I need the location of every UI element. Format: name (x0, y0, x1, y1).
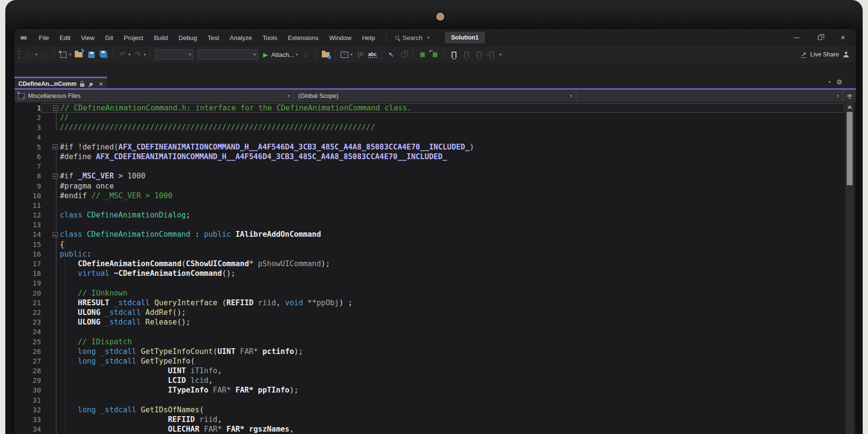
send-feedback-icon[interactable] (843, 52, 849, 57)
menu-item-window[interactable]: Window (324, 31, 357, 44)
tab-list-chevron-icon[interactable]: ▾ (828, 80, 831, 84)
code-line-16[interactable]: 16public: (14, 249, 856, 259)
new-project-icon[interactable]: + (58, 49, 69, 60)
code-line-9[interactable]: 9#pragma once (14, 181, 856, 191)
menu-item-test[interactable]: Test (202, 31, 224, 44)
line-body[interactable]: UINT iTInfo, (41, 366, 844, 376)
minimize-button[interactable]: — (788, 31, 805, 44)
previous-bookmark-icon[interactable]: ← (461, 49, 472, 60)
code-line-4[interactable]: 4 (14, 133, 856, 142)
code-line-7[interactable]: 7 (14, 162, 856, 171)
start-without-debugging-icon[interactable]: ▷ (301, 49, 313, 60)
menu-item-analyze[interactable]: Analyze (224, 31, 257, 44)
search-chevron-icon[interactable]: ▾ (427, 35, 429, 40)
tab-cdefineanimationcommand[interactable]: CDefineAn...nCommand.h ✕ (14, 77, 107, 90)
code-line-15[interactable]: 15{ (14, 240, 856, 249)
line-body[interactable]: ////////////////////////////////////////… (41, 122, 844, 132)
uncomment-lines-icon[interactable]: ↶≣ (429, 49, 441, 60)
line-body[interactable]: long _stdcall GetIDsOfNames( (41, 405, 844, 415)
line-body[interactable]: // (41, 113, 844, 122)
scope-dropdown[interactable]: (Global Scope) ▾ (294, 90, 577, 102)
line-body[interactable]: #pragma once (41, 181, 844, 191)
preview-selected-items-icon[interactable]: ⌃ (339, 49, 350, 60)
solution-name-chip[interactable]: Solution1 (445, 32, 485, 43)
code-line-6[interactable]: 6#define AFX_CDEFINEANIMATIONCOMMAND_H__… (14, 152, 856, 162)
line-body[interactable]: CDefineAnimationCommand(CShowUICommand* … (41, 259, 844, 269)
code-line-31[interactable]: 31 (14, 395, 856, 405)
code-line-17[interactable]: 17 CDefineAnimationCommand(CShowUIComman… (14, 259, 856, 269)
toggle-bookmark-icon[interactable] (448, 49, 460, 60)
line-body[interactable]: // CDefineAnimationCommand.h: interface … (41, 103, 844, 113)
close-button[interactable]: ✕ (835, 31, 851, 44)
collapse-region-icon[interactable] (53, 144, 58, 149)
code-line-30[interactable]: 30 ITypeInfo FAR* FAR* ppTInfo); (14, 385, 856, 395)
line-body[interactable]: // IUnknown (41, 288, 844, 298)
menu-item-file[interactable]: File (34, 31, 55, 44)
match-word-icon[interactable]: abc (367, 49, 378, 60)
collapse-region-icon[interactable] (53, 232, 58, 237)
code-line-28[interactable]: 28 UINT iTInfo, (14, 366, 856, 376)
line-body[interactable] (41, 278, 844, 288)
project-dropdown[interactable]: Miscellaneous Files ▾ (14, 90, 294, 102)
line-body[interactable]: // IDispatch (41, 337, 844, 347)
new-project-icon-chevron[interactable]: ▾ (69, 52, 72, 57)
pin-icon[interactable] (89, 82, 93, 86)
tab-close-icon[interactable]: ✕ (99, 81, 103, 87)
code-line-20[interactable]: 20 // IUnknown (14, 288, 856, 298)
collapse-region-icon[interactable] (53, 106, 58, 111)
line-body[interactable] (41, 327, 844, 337)
code-line-34[interactable]: 34 OLECHAR FAR* FAR* rgszNames, (14, 424, 856, 434)
line-body[interactable] (41, 162, 844, 171)
toolbar-overflow-chevron[interactable]: ▾ (499, 52, 502, 57)
live-share-button[interactable]: Live Share (810, 51, 839, 58)
member-dropdown[interactable]: ▾ (577, 90, 843, 102)
line-body[interactable]: #endif // _MSC_VER > 1000 (41, 191, 844, 201)
line-body[interactable]: HRESULT _stdcall QueryInterface (REFIID … (41, 298, 844, 308)
toolbar-grip[interactable] (18, 50, 20, 59)
preview-selected-items-icon-chevron[interactable]: ▾ (350, 52, 353, 57)
vertical-scrollbar[interactable] (845, 102, 854, 434)
code-line-2[interactable]: 2// (14, 113, 856, 122)
nav-back-icon[interactable]: ← (24, 49, 35, 60)
code-line-22[interactable]: 22 ULONG _stdcall AddRef(); (14, 308, 856, 317)
line-body[interactable] (41, 133, 844, 142)
menu-item-extensions[interactable]: Extensions (283, 31, 324, 44)
line-body[interactable]: ITypeInfo FAR* FAR* ppTInfo); (41, 385, 844, 395)
line-body[interactable]: OLECHAR FAR* FAR* rgszNames, (41, 424, 844, 434)
code-line-12[interactable]: 12class CDefineAnimationDialog; (14, 210, 856, 220)
redo-icon-chevron[interactable]: ▾ (144, 52, 146, 57)
code-line-5[interactable]: 5#if !defined(AFX_CDEFINEANIMATIONCOMMAN… (14, 142, 856, 152)
copy-icon[interactable] (398, 49, 410, 60)
save-all-icon[interactable] (98, 49, 110, 60)
code-line-10[interactable]: 10#endif // _MSC_VER > 1000 (14, 191, 856, 201)
line-body[interactable]: ULONG _stdcall AddRef(); (41, 308, 844, 317)
code-line-8[interactable]: 8#if _MSC_VER > 1000 (14, 171, 856, 181)
show-whitespace-icon[interactable] (354, 49, 366, 60)
redo-icon[interactable]: ↷ (132, 49, 144, 60)
restore-button[interactable] (812, 31, 828, 44)
menu-item-edit[interactable]: Edit (55, 31, 76, 44)
comment-lines-icon[interactable]: ≣ (417, 49, 428, 60)
line-body[interactable]: ULONG _stdcall Release(); (41, 317, 844, 327)
line-body[interactable]: class CDefineAnimationCommand : public I… (41, 230, 844, 239)
menu-item-help[interactable]: Help (357, 31, 380, 44)
line-body[interactable]: #define AFX_CDEFINEANIMATIONCOMMAND_H__A… (41, 152, 844, 162)
nav-back-icon-chevron[interactable]: ▾ (35, 52, 38, 57)
platform-dropdown[interactable]: ▾ (197, 49, 258, 60)
code-editor[interactable]: 1// CDefineAnimationCommand.h: interface… (14, 102, 856, 434)
navigate-cursor-icon[interactable]: ↖ (386, 49, 397, 60)
save-icon[interactable] (85, 49, 97, 60)
next-bookmark-icon[interactable]: → (473, 49, 485, 60)
line-body[interactable]: LCID lcid, (41, 376, 844, 385)
line-body[interactable]: #if _MSC_VER > 1000 (41, 171, 844, 181)
line-body[interactable]: REFIID riid, (41, 415, 844, 424)
line-body[interactable] (41, 201, 844, 210)
open-file-icon[interactable] (73, 49, 84, 60)
code-line-33[interactable]: 33 REFIID riid, (14, 415, 856, 424)
line-body[interactable]: { (41, 240, 844, 249)
menu-item-tools[interactable]: Tools (257, 31, 282, 44)
code-line-29[interactable]: 29 LCID lcid, (14, 376, 856, 385)
attach-button[interactable]: ▶Attach...▾ (263, 51, 298, 58)
find-in-files-icon[interactable] (320, 49, 331, 60)
scroll-up-arrow-icon[interactable] (847, 105, 852, 108)
